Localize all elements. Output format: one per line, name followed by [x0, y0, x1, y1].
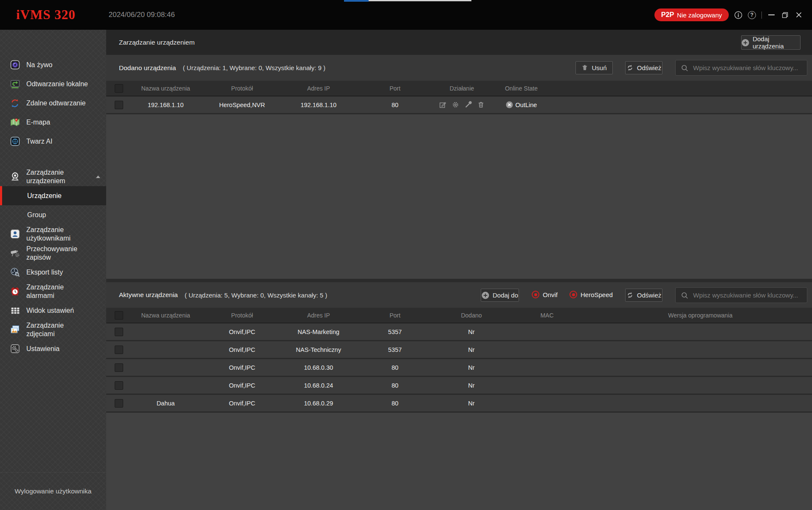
sidebar-item-user-management[interactable]: Zarządzanie użytkownikami — [0, 224, 106, 244]
add-to-label: Dodaj do — [493, 292, 518, 299]
device-added-cell: Nr — [437, 323, 505, 340]
active-device-row[interactable]: Onvif,IPC 10.68.0.24 80 Nr — [106, 377, 812, 395]
sidebar-item-label: Zarządzanie zdjęciami — [26, 321, 93, 338]
add-device-button[interactable]: Dodaj urządzenia — [741, 35, 801, 50]
row-checkbox[interactable] — [115, 363, 123, 372]
active-device-row[interactable]: Onvif,IPC NAS-Marketing 5357 Nr — [106, 323, 812, 341]
device-port-cell: 80 — [352, 395, 437, 411]
select-all-checkbox[interactable] — [115, 84, 123, 93]
sidebar-item-label: Odtwarzanie lokalne — [26, 80, 93, 88]
device-ip-cell: 10.68.0.30 — [285, 359, 352, 376]
search-icon — [681, 64, 688, 72]
sidebar-item-emap[interactable]: E-mapa — [0, 113, 106, 132]
added-search-input[interactable] — [692, 64, 807, 72]
device-mac-cell — [505, 323, 589, 340]
help-glyph: ? — [750, 12, 753, 18]
chevron-up-icon[interactable] — [96, 176, 100, 178]
device-firmware-cell — [589, 377, 812, 394]
sidebar-item-live-view[interactable]: Na żywo — [0, 55, 106, 74]
sidebar-item-label: Zdalne odtwarzanie — [26, 99, 93, 108]
sidebar-item-settings-view[interactable]: Widok ustawień — [0, 301, 106, 320]
sidebar-item-label: E-mapa — [26, 118, 93, 127]
active-search-input[interactable] — [692, 291, 807, 299]
herospeed-radio[interactable]: HeroSpeed — [570, 291, 613, 298]
device-firmware-cell — [589, 359, 812, 376]
title-bar: iVMS 320 2024/06/20 09:08:46 P2P Nie zal… — [0, 0, 812, 30]
sidebar-item-export-list[interactable]: Eksport listy — [0, 263, 106, 282]
refresh-button-active[interactable]: Odśwież — [625, 289, 663, 302]
active-section-title: Aktywne urządzenia — [119, 291, 178, 299]
page-header: Zarządzanie urządzeniem Dodaj urządzenia — [106, 30, 812, 55]
sidebar-item-picture-management[interactable]: Zarządzanie zdjęciami — [0, 320, 106, 339]
sidebar-item-label: Ustawienia — [26, 345, 93, 353]
device-ip-cell: 192.168.1.10 — [285, 96, 352, 113]
film-reel-search-icon — [8, 265, 22, 280]
device-port-cell: 5357 — [352, 341, 437, 358]
select-all-checkbox[interactable] — [115, 311, 123, 320]
device-added-cell: Nr — [437, 359, 505, 376]
device-protocol-cell: Onvif,IPC — [200, 341, 285, 358]
sidebar-item-label: Zarządzanie użytkownikami — [26, 226, 93, 243]
sidebar-item-device-management[interactable]: Zarządzanie urządzeniem — [0, 167, 106, 186]
sidebar-item-remote-playback[interactable]: Zdalne odtwarzanie — [0, 94, 106, 113]
delete-button[interactable]: Usuń — [575, 61, 613, 74]
search-icon — [681, 292, 688, 299]
active-device-row[interactable]: Onvif,IPC 10.68.0.30 80 Nr — [106, 359, 812, 377]
column-header: Port — [352, 81, 437, 96]
titlebar-divider — [761, 11, 762, 19]
remote-playback-icon — [8, 96, 22, 110]
sidebar-item-label: Eksport listy — [26, 268, 93, 277]
device-protocol-cell: HeroSpeed,NVR — [200, 96, 285, 113]
logout-button[interactable]: Wylogowanie użytkownika — [0, 472, 106, 510]
gear-box-icon — [8, 342, 22, 356]
refresh-button-added[interactable]: Odśwież — [625, 61, 663, 74]
add-to-button[interactable]: Dodaj do — [481, 289, 519, 302]
close-button[interactable] — [795, 11, 803, 19]
sidebar-item-label: Urządzenie — [27, 192, 94, 200]
onvif-radio[interactable]: Onvif — [532, 291, 558, 298]
column-header: Port — [352, 308, 437, 323]
minimize-button[interactable] — [767, 11, 775, 19]
cctv-storage-icon — [8, 246, 22, 261]
edit-device-icon[interactable] — [439, 101, 446, 108]
active-devices-toolbar: Aktywne urządzenia ( Urządzenia: 5, Wybr… — [106, 282, 812, 308]
active-device-row[interactable]: Dahua Onvif,IPC 10.68.0.29 80 Nr — [106, 395, 812, 413]
sidebar-item-device[interactable]: Urządzenie — [0, 186, 106, 205]
device-ip-cell: 10.68.0.29 — [285, 395, 352, 411]
pictures-icon — [8, 323, 22, 337]
column-header: Adres IP — [285, 81, 352, 96]
sidebar-item-alarm-management[interactable]: Zarządzanie alarmami — [0, 282, 106, 301]
online-state-text: OutLine — [516, 102, 537, 108]
delete-label: Usuń — [592, 64, 606, 71]
info-icon[interactable] — [734, 11, 742, 19]
sidebar-item-record-storage[interactable]: Przechowywanie zapisów — [0, 244, 106, 263]
sidebar-item-face-ai[interactable]: Twarz AI — [0, 132, 106, 151]
restore-button[interactable] — [781, 11, 789, 19]
help-icon[interactable]: ? — [748, 11, 756, 19]
refresh-label: Odśwież — [637, 64, 662, 71]
row-checkbox[interactable] — [115, 399, 123, 408]
section-divider — [106, 279, 812, 282]
sidebar-item-settings[interactable]: Ustawienia — [0, 339, 106, 358]
column-header: Protokół — [200, 81, 285, 96]
device-port-cell: 5357 — [352, 323, 437, 340]
column-header: Wersja oprogramowania — [589, 308, 812, 323]
column-header: Nazwa urządzenia — [132, 308, 200, 323]
row-checkbox[interactable] — [115, 381, 123, 390]
row-checkbox[interactable] — [115, 346, 123, 354]
device-mac-cell — [505, 359, 589, 376]
live-view-icon — [8, 58, 22, 72]
device-row[interactable]: 192.168.1.10 HeroSpeed,NVR 192.168.1.10 … — [106, 96, 812, 114]
p2p-status-badge[interactable]: P2P Nie zalogowany — [654, 8, 729, 21]
sidebar-item-local-playback[interactable]: Odtwarzanie lokalne — [0, 74, 106, 94]
delete-device-icon[interactable] — [477, 101, 485, 108]
row-checkbox[interactable] — [115, 101, 123, 109]
device-config-wrench-icon[interactable] — [465, 101, 472, 108]
device-firmware-cell — [589, 395, 812, 411]
sidebar-item-group[interactable]: Group — [0, 205, 106, 224]
active-device-row[interactable]: Onvif,IPC NAS-Techniczny 5357 Nr — [106, 341, 812, 359]
device-protocol-cell: Onvif,IPC — [200, 359, 285, 376]
row-checkbox[interactable] — [115, 328, 123, 336]
app-logo: iVMS 320 — [16, 7, 76, 23]
device-settings-icon[interactable] — [452, 101, 459, 108]
